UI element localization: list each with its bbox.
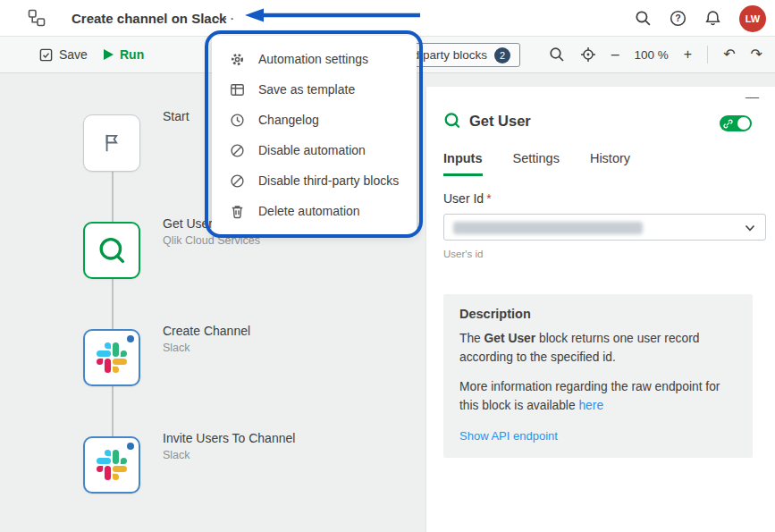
redo-icon[interactable]: ↷ [751, 47, 762, 62]
avatar[interactable]: LW [739, 5, 766, 32]
run-button[interactable]: Run [104, 37, 144, 72]
block-connector-line [112, 172, 114, 436]
zoom-out-button[interactable]: – [611, 47, 619, 62]
user-id-label: User Id* [443, 191, 492, 206]
menu-item-save-as-template[interactable]: Save as template [212, 74, 417, 105]
disable-icon [230, 143, 245, 158]
menu-item-automation-settings[interactable]: Automation settings [212, 44, 417, 74]
required-asterisk: * [486, 191, 491, 206]
slack-icon [97, 342, 127, 373]
play-icon [104, 49, 114, 60]
gear-icon [230, 52, 245, 67]
notifications-bell-icon[interactable] [704, 10, 721, 27]
link-icon [723, 119, 733, 129]
qlik-q-icon [443, 112, 461, 130]
description-card: Description The Get User block returns o… [443, 294, 753, 458]
tab-inputs[interactable]: Inputs [443, 151, 483, 176]
block-config-panel: — Get User Inputs Settings History User … [425, 87, 775, 532]
block-label: Create Channel [163, 324, 250, 338]
search-icon[interactable] [635, 10, 652, 27]
menu-item-changelog[interactable]: Changelog [212, 105, 417, 135]
page-title: Create channel on Slack [72, 0, 226, 37]
user-id-help-text: User's id [443, 249, 483, 259]
block-label: Invite Users To Channel [163, 431, 295, 445]
panel-tabs: Inputs Settings History [443, 151, 630, 176]
redacted-value [453, 222, 643, 234]
description-paragraph: The Get User block returns one user reco… [459, 330, 737, 367]
third-party-dot [127, 335, 134, 342]
block-subtitle: Slack [163, 342, 190, 354]
trash-icon [230, 204, 245, 219]
user-id-select[interactable] [443, 214, 766, 241]
description-heading: Description [459, 307, 737, 321]
flag-icon [100, 131, 123, 155]
qlik-q-icon [96, 234, 128, 266]
menu-item-disable-third-party-blocks[interactable]: Disable third-party blocks [212, 165, 417, 196]
block-start[interactable] [83, 114, 140, 172]
panel-title: Get User [469, 113, 531, 130]
block-get-user[interactable] [83, 222, 140, 279]
undo-icon[interactable]: ↶ [723, 47, 735, 62]
show-api-endpoint-link[interactable]: Show API endpoint [459, 429, 558, 443]
topbar: Create channel on Slack ··· ? LW [0, 0, 775, 37]
menu-item-delete-automation[interactable]: Delete automation [212, 196, 417, 226]
third-party-dot [127, 443, 134, 450]
block-label: Start [163, 109, 190, 123]
here-link[interactable]: here [578, 399, 603, 412]
divider [707, 46, 708, 63]
third-party-count-badge: 2 [494, 47, 510, 63]
history-clock-icon [230, 113, 245, 128]
tab-history[interactable]: History [590, 151, 630, 176]
zoom-in-button[interactable]: + [684, 47, 692, 62]
automation-options-menu: Automation settings Save as template Cha… [212, 36, 417, 234]
help-icon[interactable]: ? [670, 10, 687, 27]
block-subtitle: Slack [163, 449, 190, 461]
more-options-button[interactable]: ··· [213, 7, 240, 30]
collapse-panel-button[interactable]: — [746, 89, 759, 104]
chevron-down-icon [745, 224, 755, 232]
tab-settings[interactable]: Settings [513, 151, 560, 176]
block-invite-users[interactable] [83, 436, 140, 494]
zoom-level: 100 % [635, 48, 669, 62]
slack-icon [97, 450, 127, 480]
run-label: Run [120, 47, 144, 62]
menu-item-disable-automation[interactable]: Disable automation [212, 135, 417, 165]
toggle-knob [737, 117, 750, 130]
svg-text:?: ? [675, 13, 680, 23]
center-view-icon[interactable] [580, 46, 596, 63]
description-paragraph: More information regarding the raw endpo… [459, 378, 737, 415]
canvas-search-icon[interactable] [549, 46, 565, 63]
automation-icon [27, 8, 46, 28]
disable-icon [230, 173, 245, 189]
save-label: Save [59, 47, 88, 62]
save-button[interactable]: Save [39, 37, 88, 72]
save-icon [39, 48, 53, 62]
block-create-channel[interactable] [83, 329, 140, 386]
block-label: Get User [163, 216, 213, 231]
block-enabled-toggle[interactable] [720, 115, 752, 131]
template-icon [230, 82, 245, 97]
block-subtitle: Qlik Cloud Services [163, 234, 260, 247]
